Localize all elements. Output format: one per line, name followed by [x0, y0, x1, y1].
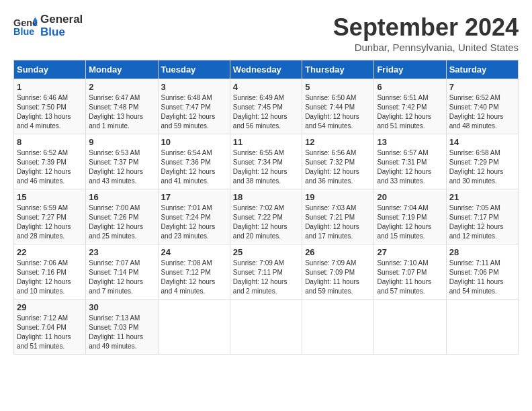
day-number: 15: [17, 192, 83, 202]
sunrise-text: Sunrise: 6:53 AM: [89, 149, 140, 156]
calendar-cell: [302, 300, 374, 355]
calendar-cell: 24Sunrise: 7:08 AMSunset: 7:12 PMDayligh…: [158, 244, 230, 300]
daylight-text: Daylight: 12 hours and 25 minutes.: [89, 223, 143, 240]
calendar-cell: 9Sunrise: 6:53 AMSunset: 7:37 PMDaylight…: [86, 134, 158, 189]
daylight-text: Daylight: 12 hours and 10 minutes.: [17, 278, 71, 295]
sunset-text: Sunset: 7:50 PM: [17, 103, 66, 111]
calendar-table: Sunday Monday Tuesday Wednesday Thursday…: [13, 60, 519, 355]
day-number: 29: [17, 302, 83, 312]
daylight-text: Daylight: 12 hours and 12 minutes.: [449, 223, 504, 240]
sunrise-text: Sunrise: 6:50 AM: [305, 94, 356, 101]
day-number: 28: [449, 247, 515, 257]
calendar-cell: 10Sunrise: 6:54 AMSunset: 7:36 PMDayligh…: [158, 134, 230, 189]
sunset-text: Sunset: 7:27 PM: [17, 214, 66, 221]
title-section: September 2024 Dunbar, Pennsylvania, Uni…: [333, 13, 519, 53]
daylight-text: Daylight: 12 hours and 33 minutes.: [377, 168, 431, 185]
cell-content: Sunrise: 7:06 AMSunset: 7:16 PMDaylight:…: [17, 259, 83, 296]
sunrise-text: Sunrise: 7:04 AM: [377, 204, 428, 212]
daylight-text: Daylight: 12 hours and 20 minutes.: [233, 223, 287, 240]
day-number: 5: [305, 82, 371, 92]
calendar-cell: 14Sunrise: 6:58 AMSunset: 7:29 PMDayligh…: [446, 134, 518, 189]
calendar-cell: 25Sunrise: 7:09 AMSunset: 7:11 PMDayligh…: [230, 244, 302, 300]
daylight-text: Daylight: 12 hours and 28 minutes.: [17, 223, 71, 240]
daylight-text: Daylight: 11 hours and 57 minutes.: [377, 278, 431, 295]
daylight-text: Daylight: 12 hours and 56 minutes.: [233, 113, 287, 130]
sunset-text: Sunset: 7:12 PM: [161, 269, 211, 276]
col-sunday: Sunday: [14, 60, 86, 79]
calendar-cell: 15Sunrise: 6:59 AMSunset: 7:27 PMDayligh…: [14, 189, 86, 244]
day-number: 19: [305, 192, 371, 202]
sunrise-text: Sunrise: 6:51 AM: [377, 94, 428, 101]
calendar-cell: 27Sunrise: 7:10 AMSunset: 7:07 PMDayligh…: [374, 244, 446, 300]
day-number: 20: [377, 192, 443, 202]
day-number: 8: [17, 137, 83, 147]
sunrise-text: Sunrise: 7:02 AM: [233, 204, 284, 212]
calendar-cell: 8Sunrise: 6:52 AMSunset: 7:39 PMDaylight…: [14, 134, 86, 189]
daylight-text: Daylight: 12 hours and 30 minutes.: [449, 168, 504, 185]
calendar-cell: 4Sunrise: 6:49 AMSunset: 7:45 PMDaylight…: [230, 79, 302, 134]
sunrise-text: Sunrise: 7:09 AM: [233, 259, 284, 267]
daylight-text: Daylight: 12 hours and 43 minutes.: [89, 168, 143, 185]
sunset-text: Sunset: 7:44 PM: [305, 103, 355, 111]
day-number: 11: [233, 137, 299, 147]
cell-content: Sunrise: 6:59 AMSunset: 7:27 PMDaylight:…: [17, 203, 83, 241]
sunrise-text: Sunrise: 7:05 AM: [449, 204, 500, 212]
day-number: 3: [161, 82, 227, 92]
sunset-text: Sunset: 7:19 PM: [377, 214, 427, 221]
day-number: 14: [449, 137, 515, 147]
col-saturday: Saturday: [446, 60, 518, 79]
cell-content: Sunrise: 6:47 AMSunset: 7:48 PMDaylight:…: [89, 93, 154, 131]
sunrise-text: Sunrise: 7:08 AM: [161, 259, 212, 267]
sunset-text: Sunset: 7:47 PM: [161, 103, 211, 111]
cell-content: Sunrise: 7:05 AMSunset: 7:17 PMDaylight:…: [449, 203, 515, 241]
calendar-cell: 12Sunrise: 6:56 AMSunset: 7:32 PMDayligh…: [302, 134, 374, 189]
cell-content: Sunrise: 6:53 AMSunset: 7:37 PMDaylight:…: [89, 148, 154, 186]
sunrise-text: Sunrise: 6:54 AM: [161, 149, 212, 156]
day-number: 7: [449, 82, 515, 92]
daylight-text: Daylight: 12 hours and 46 minutes.: [17, 168, 71, 185]
day-number: 21: [449, 192, 515, 202]
cell-content: Sunrise: 7:02 AMSunset: 7:22 PMDaylight:…: [233, 203, 299, 241]
calendar-week-row: 15Sunrise: 6:59 AMSunset: 7:27 PMDayligh…: [14, 189, 519, 244]
sunrise-text: Sunrise: 6:52 AM: [17, 149, 68, 156]
daylight-text: Daylight: 12 hours and 41 minutes.: [161, 168, 216, 185]
svg-text:Blue: Blue: [13, 26, 34, 36]
sunset-text: Sunset: 7:39 PM: [17, 158, 66, 166]
cell-content: Sunrise: 6:56 AMSunset: 7:32 PMDaylight:…: [305, 148, 371, 186]
daylight-text: Daylight: 12 hours and 48 minutes.: [449, 113, 504, 130]
sunset-text: Sunset: 7:04 PM: [17, 324, 66, 331]
day-number: 26: [305, 247, 371, 257]
sunrise-text: Sunrise: 7:11 AM: [449, 259, 500, 267]
daylight-text: Daylight: 12 hours and 17 minutes.: [305, 223, 359, 240]
calendar-cell: 11Sunrise: 6:55 AMSunset: 7:34 PMDayligh…: [230, 134, 302, 189]
day-number: 1: [17, 82, 83, 92]
calendar-cell: 19Sunrise: 7:03 AMSunset: 7:21 PMDayligh…: [302, 189, 374, 244]
cell-content: Sunrise: 6:49 AMSunset: 7:45 PMDaylight:…: [233, 93, 299, 131]
sunset-text: Sunset: 7:26 PM: [89, 214, 138, 221]
sunset-text: Sunset: 7:21 PM: [305, 214, 355, 221]
daylight-text: Daylight: 12 hours and 51 minutes.: [377, 113, 431, 130]
day-number: 25: [233, 247, 299, 257]
daylight-text: Daylight: 11 hours and 49 minutes.: [89, 333, 143, 350]
daylight-text: Daylight: 11 hours and 54 minutes.: [449, 278, 504, 295]
cell-content: Sunrise: 7:01 AMSunset: 7:24 PMDaylight:…: [161, 203, 227, 241]
page-header: General Blue General Blue September 2024…: [13, 13, 519, 53]
calendar-cell: 13Sunrise: 6:57 AMSunset: 7:31 PMDayligh…: [374, 134, 446, 189]
day-number: 4: [233, 82, 299, 92]
calendar-week-row: 22Sunrise: 7:06 AMSunset: 7:16 PMDayligh…: [14, 244, 519, 300]
sunrise-text: Sunrise: 7:01 AM: [161, 204, 212, 212]
day-number: 6: [377, 82, 443, 92]
col-tuesday: Tuesday: [158, 60, 230, 79]
cell-content: Sunrise: 7:11 AMSunset: 7:06 PMDaylight:…: [449, 259, 515, 296]
cell-content: Sunrise: 6:52 AMSunset: 7:39 PMDaylight:…: [17, 148, 83, 186]
calendar-cell: 26Sunrise: 7:09 AMSunset: 7:09 PMDayligh…: [302, 244, 374, 300]
daylight-text: Daylight: 13 hours and 4 minutes.: [17, 113, 71, 130]
calendar-cell: 28Sunrise: 7:11 AMSunset: 7:06 PMDayligh…: [446, 244, 518, 300]
col-thursday: Thursday: [302, 60, 374, 79]
calendar-cell: 7Sunrise: 6:52 AMSunset: 7:40 PMDaylight…: [446, 79, 518, 134]
sunrise-text: Sunrise: 6:49 AM: [233, 94, 284, 101]
sunset-text: Sunset: 7:45 PM: [233, 103, 283, 111]
sunrise-text: Sunrise: 7:12 AM: [17, 314, 68, 322]
sunrise-text: Sunrise: 7:10 AM: [377, 259, 428, 267]
calendar-cell: 3Sunrise: 6:48 AMSunset: 7:47 PMDaylight…: [158, 79, 230, 134]
